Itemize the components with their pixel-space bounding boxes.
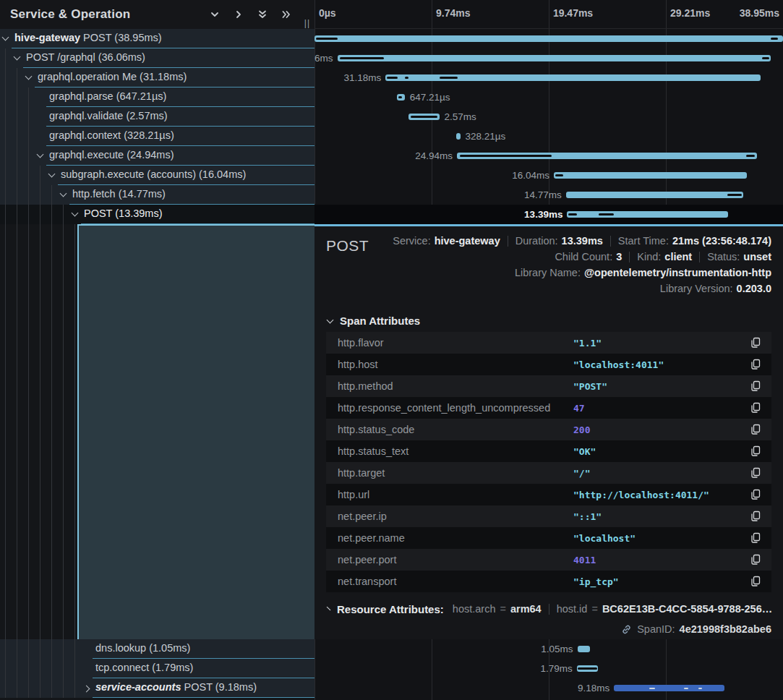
span-row[interactable]: hive-gateway POST (38.95ms) 38.95ms — [0, 29, 783, 48]
copy-icon[interactable] — [750, 402, 761, 414]
span-tree-cell[interactable]: service-accounts POST (9.18ms) — [0, 678, 315, 698]
chevron-down-icon[interactable] — [60, 190, 67, 197]
copy-icon[interactable] — [750, 424, 761, 435]
span-tree-cell[interactable]: graphql.context (328.21µs) — [0, 127, 315, 146]
indent-guide — [5, 48, 6, 68]
chevron-right-icon[interactable] — [233, 9, 244, 20]
indent-guide — [63, 678, 64, 698]
span-label[interactable]: POST /graphql (36.06ms) — [26, 51, 145, 63]
span-duration-bar[interactable] — [338, 55, 771, 61]
span-row[interactable]: tcp.connect (1.79ms) 1.79ms — [0, 659, 783, 678]
chevron-down-icon[interactable] — [209, 9, 220, 20]
copy-icon[interactable] — [750, 445, 761, 457]
span-bar-cell[interactable]: 38.95ms — [315, 29, 783, 48]
span-row[interactable]: POST /graphql (36.06ms) 36.06ms — [0, 48, 783, 68]
span-row[interactable]: graphql.execute (24.94ms) 24.94ms — [0, 146, 783, 166]
span-tree-cell[interactable]: POST /graphql (36.06ms) — [0, 48, 315, 68]
span-label[interactable]: tcp.connect (1.79ms) — [95, 662, 193, 673]
span-duration-bar[interactable] — [554, 172, 747, 179]
span-bar-cell[interactable]: 647.21µs — [315, 88, 783, 107]
span-row[interactable]: service-accounts POST (9.18ms) 9.18ms — [0, 678, 783, 698]
attribute-value: 47 — [573, 403, 585, 414]
indent-guide — [5, 166, 6, 185]
span-row[interactable]: dns.lookup (1.05ms) 1.05ms — [0, 639, 783, 659]
indent-guide — [40, 224, 40, 639]
span-duration-bar[interactable] — [456, 133, 461, 140]
copy-icon[interactable] — [750, 576, 761, 587]
chevron-down-icon[interactable] — [2, 34, 9, 41]
indent-guide — [51, 185, 52, 205]
span-bar-cell[interactable]: 24.94ms — [315, 146, 783, 166]
span-label[interactable]: graphql.operation Me (31.18ms) — [38, 71, 187, 82]
span-bar-cell[interactable]: 13.39ms — [315, 205, 783, 224]
span-row[interactable]: http.fetch (14.77ms) 14.77ms — [0, 185, 783, 205]
span-duration-bar[interactable] — [315, 35, 783, 42]
span-row[interactable]: subgraph.execute (accounts) (16.04ms) 16… — [0, 166, 783, 185]
copy-icon[interactable] — [750, 554, 761, 565]
span-tree-cell[interactable]: subgraph.execute (accounts) (16.04ms) — [0, 166, 315, 185]
span-label[interactable]: graphql.parse (647.21µs) — [49, 90, 166, 102]
span-label[interactable]: hive-gateway POST (38.95ms) — [14, 32, 162, 43]
link-icon[interactable] — [621, 624, 632, 635]
span-tree-cell[interactable]: graphql.validate (2.57ms) — [0, 107, 315, 127]
span-row[interactable]: graphql.validate (2.57ms) 2.57ms — [0, 107, 783, 127]
span-tree-cell[interactable]: POST (13.39ms) — [0, 205, 315, 224]
span-label[interactable]: graphql.execute (24.94ms) — [49, 149, 174, 161]
indent-guide — [51, 659, 52, 678]
span-label[interactable]: dns.lookup (1.05ms) — [95, 642, 190, 654]
copy-icon[interactable] — [750, 467, 761, 479]
span-label[interactable]: http.fetch (14.77ms) — [72, 188, 166, 200]
copy-icon[interactable] — [750, 511, 761, 522]
axis-tick-label: 29.21ms — [670, 7, 710, 19]
panel-resize-handle[interactable]: || — [304, 18, 310, 28]
span-duration-bar[interactable] — [566, 192, 744, 198]
span-label[interactable]: graphql.validate (2.57ms) — [49, 110, 168, 121]
copy-icon[interactable] — [750, 380, 761, 392]
span-row[interactable]: graphql.operation Me (31.18ms) 31.18ms — [0, 68, 783, 88]
span-label[interactable]: subgraph.execute (accounts) (16.04ms) — [61, 168, 246, 180]
double-chevron-down-icon[interactable] — [257, 9, 268, 20]
span-bar-cell[interactable]: 36.06ms — [315, 48, 783, 68]
chevron-down-icon[interactable] — [72, 210, 79, 217]
span-duration-bar[interactable] — [578, 646, 591, 652]
chevron-down-icon[interactable] — [48, 171, 56, 178]
chevron-down-icon[interactable] — [25, 73, 33, 80]
copy-icon[interactable] — [750, 337, 761, 349]
indent-guide — [28, 224, 29, 639]
span-duration-bar[interactable] — [614, 685, 724, 691]
span-label[interactable]: graphql.context (328.21µs) — [49, 129, 174, 141]
resource-attributes-row[interactable]: Resource Attributes: host.arch=arm64host… — [326, 602, 771, 616]
span-bar-cell[interactable]: 31.18ms — [315, 68, 783, 88]
service-name: hive-gateway — [14, 32, 80, 43]
double-chevron-right-icon[interactable] — [281, 9, 291, 20]
span-attributes-header[interactable]: Span Attributes — [326, 315, 771, 326]
span-duration-bar[interactable] — [567, 211, 728, 218]
span-label[interactable]: service-accounts POST (9.18ms) — [95, 681, 257, 693]
chevron-right-icon[interactable] — [83, 686, 90, 693]
copy-icon[interactable] — [750, 532, 761, 544]
span-row[interactable]: graphql.parse (647.21µs) 647.21µs — [0, 88, 783, 107]
span-tree-cell[interactable]: graphql.execute (24.94ms) — [0, 146, 315, 166]
chevron-down-icon[interactable] — [14, 54, 21, 61]
span-bar-cell[interactable]: 9.18ms — [315, 678, 783, 698]
span-tree-cell[interactable]: graphql.operation Me (31.18ms) — [0, 68, 315, 88]
span-bar-cell[interactable]: 14.77ms — [315, 185, 783, 205]
span-bar-cell[interactable]: 2.57ms — [315, 107, 783, 127]
span-row[interactable]: graphql.context (328.21µs) 328.21µs — [0, 127, 783, 146]
span-bar-cell[interactable]: 1.79ms — [315, 659, 783, 678]
span-bar-cell[interactable]: 16.04ms — [315, 166, 783, 185]
copy-icon[interactable] — [750, 489, 761, 500]
span-tree-cell[interactable]: graphql.parse (647.21µs) — [0, 88, 315, 107]
chevron-down-icon[interactable] — [37, 151, 44, 158]
copy-icon[interactable] — [750, 359, 761, 370]
span-tree-cell[interactable]: dns.lookup (1.05ms) — [0, 639, 315, 659]
span-label[interactable]: POST (13.39ms) — [84, 208, 163, 219]
span-row[interactable]: POST (13.39ms) 13.39ms — [0, 205, 783, 224]
span-bar-cell[interactable]: 328.21µs — [315, 127, 783, 146]
span-tree-cell[interactable]: http.fetch (14.77ms) — [0, 185, 315, 205]
span-title: POST — [326, 235, 369, 294]
span-bar-cell[interactable]: 1.05ms — [315, 639, 783, 659]
span-tree-cell[interactable]: hive-gateway POST (38.95ms) — [0, 29, 315, 48]
span-tree-cell[interactable]: tcp.connect (1.79ms) — [0, 659, 315, 678]
spanid-value[interactable]: 4e21998f3b82abe6 — [680, 623, 771, 635]
